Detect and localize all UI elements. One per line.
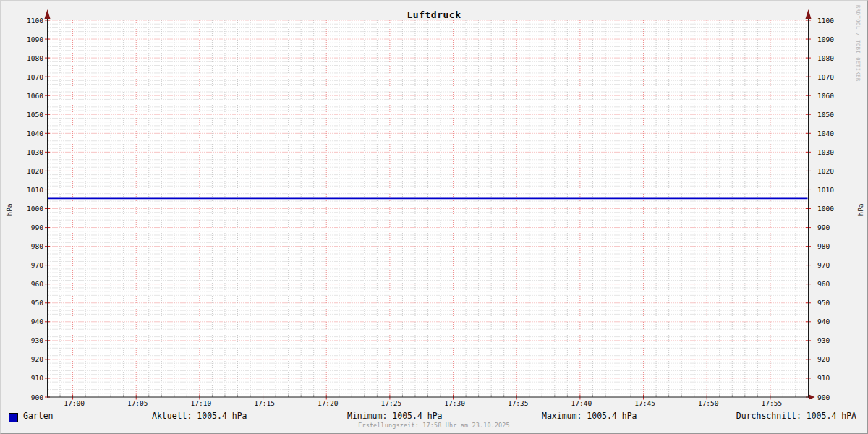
y-tick-label-right: 910: [817, 374, 830, 382]
y-tick-label-left: 1000: [27, 205, 43, 213]
x-tick-label: 17:50: [691, 399, 726, 407]
y-tick-label-right: 1080: [817, 54, 834, 62]
y-tick-label-right: 990: [817, 224, 830, 231]
y-tick-label-right: 1040: [817, 129, 834, 137]
y-tick-label-left: 1080: [27, 54, 43, 62]
rrdtool-pressure-graph: Luftdruck hPa hPa RRDTOOL / TOBI OETIKER…: [0, 0, 868, 434]
y-tick-label-left: 1100: [27, 17, 43, 25]
stat-aktuell: Aktuell: 1005.4 hPa: [152, 412, 247, 421]
x-tick-label: 17:15: [247, 399, 282, 407]
y-tick-label-left: 940: [31, 318, 43, 326]
y-tick-label-left: 980: [31, 242, 43, 250]
y-tick-label-right: 920: [817, 355, 830, 363]
y-tick-label-left: 1070: [27, 73, 43, 81]
y-tick-label-right: 1050: [817, 111, 834, 119]
y-tick-label-left: 920: [31, 355, 43, 363]
x-tick-label: 17:25: [374, 399, 409, 407]
y-tick-label-right: 1030: [817, 148, 834, 156]
y-tick-label-right: 1090: [817, 35, 834, 43]
x-tick-label: 17:05: [120, 399, 155, 407]
y-tick-label-right: 950: [817, 299, 830, 307]
y-tick-label-right: 1000: [817, 205, 834, 213]
x-tick-label: 17:55: [754, 399, 789, 407]
stat-durchschnitt: Durchschnitt: 1005.4 hPA: [736, 412, 856, 421]
y-tick-label-right: 930: [817, 336, 830, 344]
stat-minimum: Minimum: 1005.4 hPa: [347, 412, 443, 421]
y-axis-label-right: hPa: [856, 203, 864, 216]
y-tick-label-right: 1100: [817, 17, 834, 25]
y-tick-label-left: 990: [31, 224, 43, 231]
y-tick-label-left: 900: [31, 393, 43, 401]
legend-series-label: Garten: [23, 412, 54, 421]
x-tick-label: 17:20: [310, 399, 345, 407]
y-tick-label-right: 1020: [817, 167, 834, 175]
y-tick-label-left: 930: [31, 336, 43, 344]
y-tick-label-left: 1030: [27, 148, 43, 156]
x-tick-label: 17:45: [628, 399, 663, 407]
y-tick-label-left: 960: [31, 280, 43, 288]
y-tick-label-left: 950: [31, 299, 43, 307]
x-tick-label: 17:00: [57, 399, 92, 407]
y-tick-label-right: 970: [817, 261, 830, 269]
y-tick-label-left: 1050: [27, 111, 43, 119]
y-tick-label-right: 1010: [817, 186, 834, 194]
chart-title: Luftdruck: [1, 9, 867, 20]
y-tick-label-left: 1040: [27, 129, 43, 137]
y-tick-label-left: 970: [31, 261, 43, 269]
chart-plot-area: [0, 0, 868, 434]
stat-maximum: Maximum: 1005.4 hPa: [542, 412, 637, 421]
x-tick-label: 17:10: [184, 399, 218, 407]
y-tick-label-left: 1020: [27, 167, 43, 175]
y-tick-label-right: 1070: [817, 73, 834, 81]
y-tick-label-right: 1060: [817, 92, 834, 100]
x-tick-label: 17:30: [438, 399, 472, 407]
y-tick-label-right: 940: [817, 318, 830, 326]
y-tick-label-left: 910: [31, 374, 43, 382]
y-tick-label-right: 980: [817, 242, 830, 250]
x-tick-label: 17:40: [564, 399, 599, 407]
y-tick-label-left: 1010: [27, 186, 43, 194]
y-tick-label-left: 1090: [27, 35, 43, 43]
creation-timestamp: Erstellungszeit: 17:58 Uhr am 23.10.2025: [1, 422, 867, 429]
y-axis-label-left: hPa: [5, 203, 13, 216]
y-tick-label-right: 900: [817, 393, 830, 401]
x-tick-label: 17:35: [501, 399, 535, 407]
y-tick-label-left: 1060: [27, 92, 43, 100]
rrdtool-watermark: RRDTOOL / TOBI OETIKER: [855, 5, 861, 82]
y-tick-label-right: 960: [817, 280, 830, 288]
